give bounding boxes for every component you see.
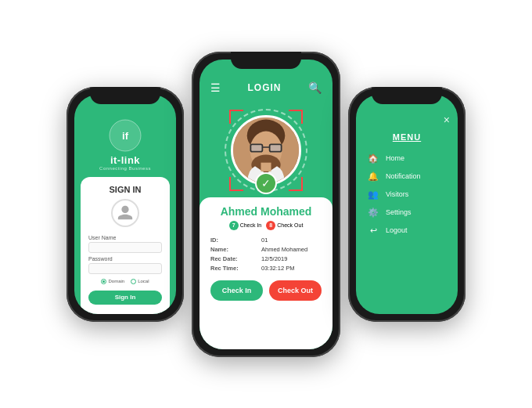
left-screen: if it-link Connecting Business SIGN IN U… — [74, 95, 176, 314]
local-option[interactable]: Local — [131, 279, 149, 284]
menu-label-settings: Settings — [386, 208, 412, 216]
name-row: Name: Ahmed Mohamed — [210, 246, 322, 253]
logout-icon: ↩ — [367, 226, 379, 236]
rec-date-value: 12/5/2019 — [261, 255, 287, 262]
menu-item-settings[interactable]: ⚙️ Settings — [364, 204, 450, 222]
scan-corner-tr — [289, 110, 303, 124]
avatar-icon — [111, 199, 139, 227]
info-card: Ahmed Mohamed 7 Check In 8 Check Out ID: — [200, 197, 332, 349]
menu-item-notification[interactable]: 🔔 Notification — [364, 168, 450, 186]
checkin-status: 7 Check In — [229, 221, 262, 230]
domain-label: Domain — [108, 279, 124, 283]
id-label: ID: — [210, 236, 261, 244]
rec-date-row: Rec Date: 12/5/2019 — [210, 255, 322, 262]
notch-left — [90, 87, 160, 104]
menu-icon[interactable]: ☰ — [210, 81, 221, 94]
id-row: ID: 01 — [210, 236, 322, 244]
scan-corner-tl — [229, 110, 243, 124]
visitors-icon: 👥 — [367, 190, 379, 200]
check-badge: ✓ — [255, 172, 277, 194]
center-screen: ☰ LOGIN 🔍 — [200, 60, 332, 349]
password-label: Password — [88, 256, 113, 262]
sign-in-title: SIGN IN — [110, 185, 142, 194]
brand-name: it-link — [110, 154, 140, 166]
domain-radio[interactable] — [101, 279, 106, 284]
check-out-button[interactable]: Check Out — [269, 280, 322, 301]
phone-left: if it-link Connecting Business SIGN IN U… — [66, 87, 184, 322]
menu-title: MENU — [364, 132, 450, 142]
menu-label-visitors: Visitors — [386, 190, 408, 198]
menu-item-visitors[interactable]: 👥 Visitors — [364, 186, 450, 204]
svg-rect-11 — [261, 162, 271, 171]
menu-label-home: Home — [386, 154, 404, 162]
brand-sub: Connecting Business — [99, 166, 151, 171]
logo-area: if it-link Connecting Business — [99, 118, 151, 171]
settings-icon: ⚙️ — [367, 208, 379, 218]
phone-center: ☰ LOGIN 🔍 — [192, 52, 340, 357]
scan-corner-bl — [229, 177, 243, 191]
brand-logo: if — [108, 118, 142, 153]
menu-item-home[interactable]: 🏠 Home — [364, 150, 450, 168]
password-input[interactable] — [88, 263, 162, 274]
rec-time-row: Rec Time: 03:32:12 PM — [210, 265, 322, 272]
notification-icon: 🔔 — [367, 172, 379, 182]
name-value: Ahmed Mohamed — [261, 246, 307, 253]
rec-date-label: Rec Date: — [210, 255, 261, 262]
notch-right — [372, 87, 442, 104]
sign-in-card: SIGN IN User Name Password Domain — [81, 177, 170, 314]
local-radio[interactable] — [131, 279, 136, 284]
menu-label-logout: Logout — [386, 226, 408, 234]
username-label: User Name — [88, 235, 116, 240]
checkin-status-label: Check In — [240, 222, 262, 228]
checkout-dot: 8 — [266, 221, 275, 230]
name-label: Name: — [210, 246, 261, 253]
status-row: 7 Check In 8 Check Out — [210, 221, 322, 230]
phone-right: × MENU 🏠 Home 🔔 Notification 👥 Visitors … — [348, 87, 466, 322]
scan-corner-br — [289, 177, 303, 191]
header-title: LOGIN — [248, 82, 282, 93]
checkin-dot: 7 — [229, 221, 239, 230]
rec-time-label: Rec Time: — [210, 265, 261, 272]
person-name: Ahmed Mohamed — [210, 205, 322, 218]
home-icon: 🏠 — [367, 153, 379, 164]
right-screen: × MENU 🏠 Home 🔔 Notification 👥 Visitors … — [356, 95, 458, 314]
face-area: ✓ — [200, 103, 332, 197]
menu-item-logout[interactable]: ↩ Logout — [364, 222, 450, 240]
sign-in-button[interactable]: Sign In — [88, 291, 162, 305]
check-in-button[interactable]: Check In — [210, 280, 263, 301]
checkout-status: 8 Check Out — [266, 221, 303, 230]
username-input[interactable] — [88, 242, 162, 253]
person-icon — [117, 204, 134, 222]
svg-rect-9 — [251, 145, 261, 150]
svg-rect-10 — [271, 145, 281, 150]
domain-option[interactable]: Domain — [101, 279, 124, 284]
action-row: Check In Check Out — [210, 280, 322, 301]
checkout-status-label: Check Out — [277, 222, 303, 228]
menu-label-notification: Notification — [386, 172, 421, 180]
scene: if it-link Connecting Business SIGN IN U… — [51, 36, 481, 373]
search-icon[interactable]: 🔍 — [308, 81, 322, 94]
rec-time-value: 03:32:12 PM — [261, 265, 295, 272]
local-label: Local — [138, 279, 149, 283]
close-button[interactable]: × — [444, 114, 450, 126]
id-value: 01 — [261, 236, 268, 244]
auth-type-row: Domain Local — [101, 279, 149, 284]
notch-center — [231, 52, 301, 69]
svg-text:if: if — [122, 130, 129, 142]
